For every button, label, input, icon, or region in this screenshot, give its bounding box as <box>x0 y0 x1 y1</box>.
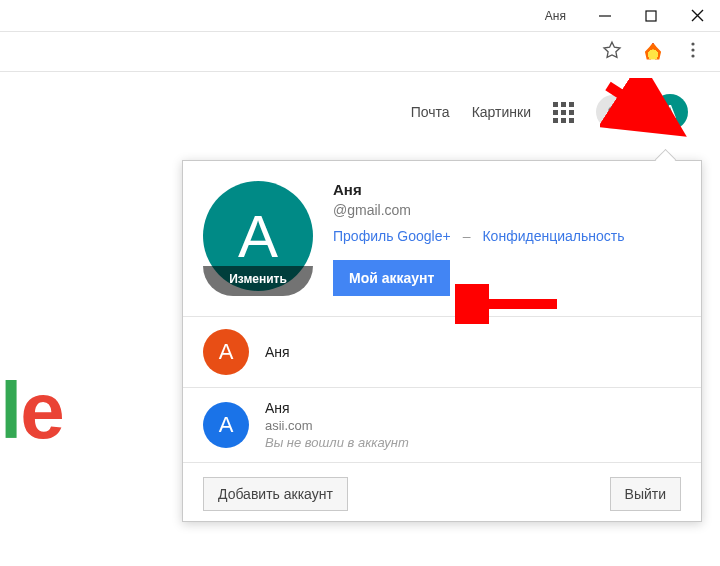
google-plus-profile-link[interactable]: Профиль Google+ <box>333 228 451 244</box>
page-header: Почта Картинки A <box>0 72 720 152</box>
account-popover: A Изменить Аня @gmail.com Профиль Google… <box>182 160 702 522</box>
account-row-name: Аня <box>265 344 290 360</box>
browser-menu-icon[interactable] <box>684 41 702 63</box>
privacy-link[interactable]: Конфиденциальность <box>482 228 624 244</box>
account-row[interactable]: A Аня asii.com Вы не вошли в аккаунт <box>183 388 701 462</box>
account-row-name: Аня <box>265 400 409 416</box>
account-row-avatar: A <box>203 329 249 375</box>
images-link[interactable]: Картинки <box>472 104 531 120</box>
account-row-avatar: A <box>203 402 249 448</box>
account-name: Аня <box>333 181 681 198</box>
window-title: Аня <box>545 9 566 23</box>
svg-rect-0 <box>646 11 656 21</box>
account-avatar[interactable]: A <box>652 94 688 130</box>
window-minimize-button[interactable] <box>582 0 628 32</box>
popover-footer: Добавить аккаунт Выйти <box>183 463 701 521</box>
avatar-edit-label[interactable]: Изменить <box>203 266 313 296</box>
sign-out-button[interactable]: Выйти <box>610 477 681 511</box>
svg-point-2 <box>691 48 694 51</box>
account-row[interactable]: A Аня <box>183 317 701 387</box>
window-close-button[interactable] <box>674 0 720 32</box>
mail-link[interactable]: Почта <box>411 104 450 120</box>
svg-point-3 <box>691 54 694 57</box>
extension-fire-icon[interactable] <box>644 43 662 61</box>
google-logo-fragment: le <box>0 365 63 457</box>
apps-grid-icon[interactable] <box>553 102 574 123</box>
window-titlebar: Аня <box>0 0 720 32</box>
bookmark-star-icon[interactable] <box>602 40 622 64</box>
window-maximize-button[interactable] <box>628 0 674 32</box>
account-email: @gmail.com <box>333 202 681 218</box>
account-row-sub: asii.com <box>265 418 409 433</box>
avatar-wrapper[interactable]: A Изменить <box>203 181 313 296</box>
svg-point-1 <box>691 42 694 45</box>
my-account-button[interactable]: Мой аккаунт <box>333 260 450 296</box>
add-account-button[interactable]: Добавить аккаунт <box>203 477 348 511</box>
account-row-note: Вы не вошли в аккаунт <box>265 435 409 450</box>
notifications-icon[interactable] <box>596 95 630 129</box>
browser-toolbar <box>0 32 720 72</box>
account-avatar-initial: A <box>664 102 676 123</box>
